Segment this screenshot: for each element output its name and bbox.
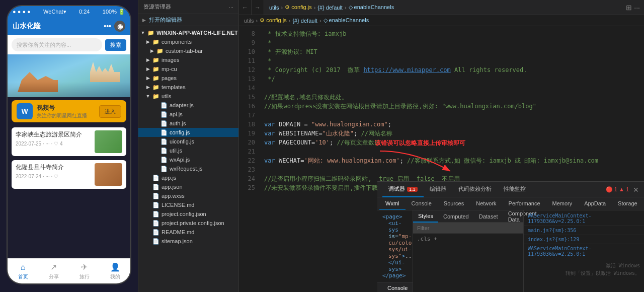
win-watermark: 激活 Windows 转到「设置」以激活 Windows。 [566,262,640,277]
tab-code-analysis[interactable]: 代码依赖分析 [452,182,498,197]
dt-tab-performance[interactable]: Performance [503,197,546,210]
wxml-content: <page> <ui-sys is="mp-cu/colorUI/compone… [377,210,413,282]
tab-back[interactable]: ← [239,0,252,15]
tree-project-private-config[interactable]: 📄 project.private.config.json [138,218,238,228]
dt-tab-network[interactable]: Network [470,197,502,210]
phone-article-2[interactable]: 化隆县旦斗寺简介 2022-07-24 · ··· · ♡ [12,160,126,189]
styles-tab-styles[interactable]: Styles [413,210,438,223]
tree-auth-js[interactable]: 📄 auth.js [138,119,238,128]
tree-readme-md[interactable]: 📄 README.md [138,228,238,237]
article1-image [95,130,122,153]
tree-util-js[interactable]: 📄 util.js [138,146,238,155]
tree-api-js[interactable]: 📄 api.js [138,110,238,119]
tree-wxapi-js[interactable]: 📄 wxApi.js [138,155,238,164]
tree-app-wxss[interactable]: 📄 app.wxss [138,191,238,200]
tree-app-js[interactable]: 📄 app.js [138,173,238,182]
phone-menu-dots[interactable]: ••• ◉ [104,21,125,32]
folder-icon: 📁 [152,75,159,82]
tree-custom-tab-bar[interactable]: ▶ 📁 custom-tab-bar [138,46,238,55]
code-line: var DOMAIN = "www.hualongxian.com"; [264,120,644,129]
console-tab-console[interactable]: Console [381,282,414,293]
tree-app-json[interactable]: 📄 app.json [138,182,238,191]
more-icon[interactable]: ··· [634,4,640,12]
phone-search-button[interactable]: 搜索 [105,39,126,51]
dt-tab-storage[interactable]: Storage [612,197,643,210]
json-file-icon: 📄 [152,210,159,217]
subscription-enter-button[interactable]: 进入 [99,105,121,118]
code-line [264,165,644,174]
tree-project-root[interactable]: ▼ 📁 WINXIN-APP-WATCH-LIFE.NET [138,28,238,37]
md-file-icon: 📄 [152,229,159,236]
tree-wxrequest-js[interactable]: 📄 wxRequest.js [138,164,238,173]
tree-mp-cu[interactable]: ▶ 📁 mp-cu [138,64,238,74]
tree-uiconfig-js[interactable]: 📄 uiconfig.js [138,137,238,146]
phone-hero-image [8,54,130,97]
phone-simulator: ● ● ● ● WeChat▾ 0:24 100% 🔋 山水化隆 ••• ◉ 搜… [0,0,138,292]
code-line: var WEBSITENAME="山水化隆"; //网站名称 [264,129,644,138]
dt-tab-sources[interactable]: Sources [438,197,470,210]
styles-tab-dataset[interactable]: Dataset [474,210,503,223]
nav-profile[interactable]: 👤 我的 [110,262,120,280]
tree-pages[interactable]: ▶ 📁 pages [138,74,238,83]
tab-perf-monitor[interactable]: 性能监控 [498,182,532,197]
devtools-content: <page> <ui-sys is="mp-cu/colorUI/compone… [377,210,644,292]
devtools-left: <page> <ui-sys is="mp-cu/colorUI/compone… [377,210,413,292]
split-icon[interactable]: ⊞ [626,4,632,12]
dt-tab-console[interactable]: Console [406,197,438,210]
devtools-close-button[interactable]: ✕ [633,186,639,194]
nav-travel[interactable]: ✈ 旅行 [79,262,90,280]
code-line: var WECHAT='网站: www.hualongxian.com'; //… [264,156,644,165]
nav-home[interactable]: ⌂ 首页 [18,262,28,280]
styles-filter-input[interactable] [413,223,523,234]
article2-meta: 2022-07-24 · ··· · ♡ [16,174,91,179]
dt-tab-wxml[interactable]: Wxml [379,197,406,210]
code-line [264,147,644,156]
devtools-main-tabs: Wxml Console Sources Network Performance… [377,197,644,210]
folder-icon: 📁 [152,56,159,63]
phone-status-bar: ● ● ● ● WeChat▾ 0:24 100% 🔋 [8,6,130,17]
tree-templates[interactable]: ▶ 📁 templates [138,83,238,92]
article2-image [95,163,122,186]
js-file-icon: 📄 [160,102,168,109]
line-numbers: 8 9 10 11 12 13 14 15 16 17 18 19 20 21 … [239,26,259,292]
phone-battery: 100% 🔋 [103,9,125,15]
folder-icon: 📁 [152,84,159,91]
tab-debugger[interactable]: 调试器 1.1 [382,182,424,197]
styles-content: .cls + [413,234,523,292]
explorer-open-label[interactable]: ▶ 打开的编辑器 [138,14,238,26]
subscription-title: 视频号 [37,104,95,112]
tree-adapter-js[interactable]: 📄 adapter.js [138,101,238,110]
breadcrumb-top: utils › ⚙ config.js › {#} default › ◇ en… [264,4,622,11]
json-file-icon: 📄 [152,238,159,245]
nav-share[interactable]: ↗ 分享 [49,262,59,280]
code-line: //配置域名,域名只修改此处。 [264,93,644,102]
tree-config-js[interactable]: 📄 config.js [138,128,238,137]
folder-icon: 📁 [152,93,159,100]
phone-title-bar: 山水化隆 ••• ◉ [8,17,130,35]
tree-components[interactable]: ▶ 📁 components [138,37,238,46]
styles-tab-computed[interactable]: Computed [438,210,474,223]
json-file-icon: 📄 [152,220,159,227]
tree-project-config-json[interactable]: 📄 project.config.json [138,209,238,218]
dt-tab-appdata[interactable]: AppData [578,197,612,210]
tree-sitemap-json[interactable]: 📄 sitemap.json [138,237,238,246]
tree-images[interactable]: ▶ 📁 images [138,55,238,64]
console-section: Console Task 🚫 ⏸ appservice (#2) ▾ ⚙ Def… [377,282,413,292]
js-file-icon: 📄 [160,111,168,118]
folder-icon: 📁 [152,65,159,72]
subscription-avatar: W [17,103,33,119]
travel-icon: ✈ [79,262,90,272]
code-line [264,84,644,93]
search-placeholder: 搜索你所关注的内容... [17,41,71,49]
tree-license-md[interactable]: 📄 LICENSE.md [138,200,238,209]
code-line: //如果wordpress没有安装在网站根目录请加上目录路径,例如: "www.… [264,102,644,111]
phone-article-1[interactable]: 李家峡生态旅游景区简介 2022-07-25 · ··· · ♡ 4 [12,127,126,156]
md-file-icon: 📄 [152,201,159,208]
tab-editor[interactable]: 编辑器 [424,182,452,197]
tab-forward[interactable]: → [252,0,264,15]
tree-utils[interactable]: ▼ 📁 utils [138,92,238,101]
phone-subscription-card[interactable]: W 视频号 关注你的明星网红直播 进入 [12,100,126,122]
code-line: * 开源协议: MIT [264,47,644,56]
dt-tab-memory[interactable]: Memory [546,197,579,210]
phone-search-input[interactable]: 搜索你所关注的内容... [12,38,102,51]
